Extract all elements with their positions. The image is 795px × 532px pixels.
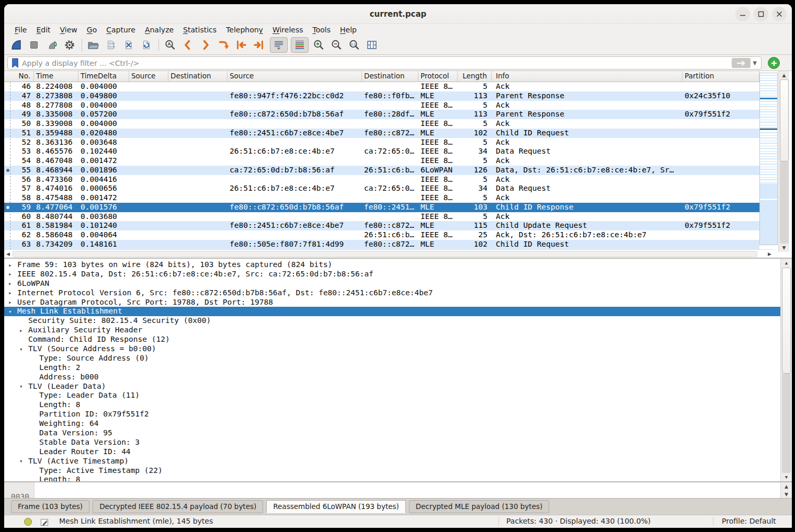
packet-list-header-cell[interactable]: Protocol <box>418 71 458 82</box>
menu-telephony[interactable]: Telephony <box>221 25 268 34</box>
minimize-button[interactable] <box>735 7 750 21</box>
packet-list-vertical-scrollbar[interactable]: ▲ ▼ <box>778 71 789 252</box>
detail-row[interactable]: Length: 8 <box>4 400 792 410</box>
scrollbar-thumb[interactable] <box>13 251 757 257</box>
apply-filter-button[interactable] <box>732 58 751 68</box>
detail-row[interactable]: ▸User Datagram Protocol, Src Port: 19788… <box>4 298 792 307</box>
packet-row[interactable]: 608.4807440.003680IEEE 8…5Ack <box>4 212 759 222</box>
packet-row[interactable]: 548.4670480.001472IEEE 8…5Ack <box>4 156 759 166</box>
menu-go[interactable]: Go <box>82 25 101 34</box>
detail-row[interactable]: Partition ID: 0x79f551f2 <box>4 410 792 419</box>
detail-row[interactable]: ▾Mesh Link Establishment <box>4 307 792 316</box>
scroll-right-icon[interactable]: ▶ <box>766 250 774 258</box>
packet-list-header-cell[interactable]: Partition <box>683 71 759 82</box>
packet-row[interactable]: 528.3631360.003648IEEE 8…5Ack <box>4 138 759 147</box>
save-file-button[interactable]: 01010110 <box>104 38 118 52</box>
packet-row[interactable]: 618.5819840.101240fe80::2451:c6b7:e8ce:4… <box>4 221 759 230</box>
detail-row[interactable]: ▸IEEE 802.15.4 Data, Dst: 26:51:c6:b7:e8… <box>4 270 792 279</box>
detail-row[interactable]: Length: 8 <box>4 475 792 481</box>
expander-icon[interactable]: ▸ <box>8 261 12 270</box>
expander-icon[interactable]: ▾ <box>19 382 23 391</box>
packet-list-header-cell[interactable]: No. <box>4 71 34 82</box>
detail-row[interactable]: ▾TLV (Active Timestamp) <box>4 457 792 466</box>
menu-edit[interactable]: Edit <box>31 25 55 34</box>
zoom-original-button[interactable]: 1:1 <box>347 38 361 52</box>
capture-options-button[interactable] <box>63 38 76 52</box>
menu-wireless[interactable]: Wireless <box>268 25 308 34</box>
byte-view-tab[interactable]: Decrypted IEEE 802.15.4 payload (70 byte… <box>93 500 263 513</box>
expander-icon[interactable]: ▸ <box>19 326 23 336</box>
detail-row[interactable]: Type: Active Timestamp (22) <box>4 466 792 476</box>
expander-icon[interactable]: ▾ <box>19 345 23 354</box>
intelligent-scrollbar-minimap[interactable] <box>759 73 778 245</box>
detail-row[interactable]: ▸6LoWPAN <box>4 279 792 288</box>
auto-scroll-toggle[interactable] <box>270 37 288 53</box>
detail-row[interactable]: ▸Internet Protocol Version 6, Src: fe80:… <box>4 288 792 298</box>
packet-list-header-cell[interactable]: Destination <box>168 71 228 82</box>
expander-icon[interactable]: ▸ <box>8 298 12 307</box>
find-packet-button[interactable]: A <box>163 38 177 52</box>
detail-row[interactable]: ▸Auxiliary Security Header <box>4 326 792 335</box>
scroll-up-icon[interactable]: ▲ <box>779 71 789 79</box>
detail-row[interactable]: Address: b000 <box>4 373 792 382</box>
detail-row[interactable]: Security Suite: 802.15.4 Security (0x00) <box>4 316 792 326</box>
scrollbar-thumb[interactable] <box>782 268 791 374</box>
menu-file[interactable]: File <box>10 25 31 34</box>
packet-list-header-cell[interactable]: Source <box>129 71 168 82</box>
packet-row[interactable]: 568.4733600.004416IEEE 8…5Ack <box>4 175 759 184</box>
packet-list-header-cell[interactable]: Time <box>34 71 78 82</box>
byte-view-tab[interactable]: Frame (103 bytes) <box>11 500 89 513</box>
packet-row[interactable]: 558.4689440.001896ca:72:65:0d:b7:b8:56:a… <box>4 166 759 175</box>
details-vertical-scrollbar[interactable]: ▲ ▼ <box>780 259 792 481</box>
close-button[interactable] <box>772 7 787 21</box>
scroll-down-icon[interactable]: ▼ <box>779 244 789 252</box>
capture-comment-icon[interactable] <box>40 517 49 527</box>
detail-row[interactable]: Type: Leader Data (11) <box>4 391 792 400</box>
colorize-toggle[interactable] <box>291 37 309 53</box>
expander-icon[interactable]: ▾ <box>8 307 12 317</box>
go-last-packet-button[interactable] <box>252 38 266 52</box>
go-first-packet-button[interactable] <box>234 38 248 52</box>
packet-row[interactable]: 628.5860480.00406426:51:c6:b…IEEE 8…25Ac… <box>4 230 759 240</box>
packet-list-header-cell[interactable]: Info <box>492 71 683 82</box>
packet-list-header-cell[interactable]: Length <box>458 71 492 82</box>
scrollbar-groove[interactable] <box>780 161 789 244</box>
packet-row[interactable]: 638.7342090.148161fe80::505e:f807:7f81:4… <box>4 240 759 249</box>
detail-row[interactable]: Stable Data Version: 3 <box>4 438 792 447</box>
scrollbar-thumb[interactable] <box>780 79 789 161</box>
scroll-left-icon[interactable]: ◀ <box>4 250 12 258</box>
packet-list-header-cell[interactable]: Destination <box>362 71 418 82</box>
detail-row[interactable]: Length: 2 <box>4 363 792 373</box>
expander-icon[interactable]: ▾ <box>19 457 23 466</box>
hex-vertical-scrollbar[interactable]: ▲ ▼ <box>780 482 792 498</box>
packet-row[interactable]: 538.4655760.10244026:51:c6:b7:e8:ce:4b:e… <box>4 147 759 156</box>
detail-row[interactable]: Leader Router ID: 44 <box>4 447 792 457</box>
scroll-up-icon[interactable]: ▲ <box>781 259 792 267</box>
close-file-button[interactable] <box>122 38 135 52</box>
packet-list-horizontal-scrollbar[interactable]: ◀ ▶ <box>4 249 774 258</box>
packet-list-header-cell[interactable]: TimeDelta <box>78 71 129 82</box>
add-filter-button[interactable] <box>768 57 780 69</box>
expert-info-icon[interactable] <box>24 518 32 526</box>
packet-row[interactable]: 468.2240080.004000IEEE 8…5Ack <box>4 82 759 91</box>
capture-restart-button[interactable] <box>45 38 59 52</box>
menu-tools[interactable]: Tools <box>308 25 336 34</box>
packet-row[interactable]: 578.4740160.00065626:51:c6:b7:e8:ce:4b:e… <box>4 184 759 193</box>
scroll-down-icon[interactable]: ▼ <box>781 473 792 481</box>
packet-row[interactable]: 478.2738080.049800fe80::947f:f476:22bc:c… <box>4 91 759 101</box>
capture-stop-button[interactable] <box>27 38 41 52</box>
expander-icon[interactable]: ▸ <box>8 288 12 298</box>
detail-row[interactable]: Command: Child ID Response (12) <box>4 335 792 344</box>
resize-columns-button[interactable] <box>365 38 379 52</box>
menu-capture[interactable]: Capture <box>101 25 140 34</box>
menu-analyze[interactable]: Analyze <box>140 25 178 34</box>
expander-icon[interactable]: ▸ <box>8 270 12 279</box>
hex-row[interactable]: 0030 00 15 0d 00 00 00 00 00 00 00 01 75… <box>4 483 31 492</box>
packet-list-header-cell[interactable]: Source <box>228 71 362 82</box>
filter-bookmark-icon[interactable] <box>10 57 20 68</box>
go-forward-button[interactable] <box>199 38 212 52</box>
go-back-button[interactable] <box>181 38 195 52</box>
scroll-down-icon[interactable]: ▼ <box>781 490 792 498</box>
filter-dropdown-caret[interactable]: ▼ <box>753 60 757 66</box>
packet-row[interactable]: 518.3594880.020480fe80::2451:c6b7:e8ce:4… <box>4 129 759 138</box>
